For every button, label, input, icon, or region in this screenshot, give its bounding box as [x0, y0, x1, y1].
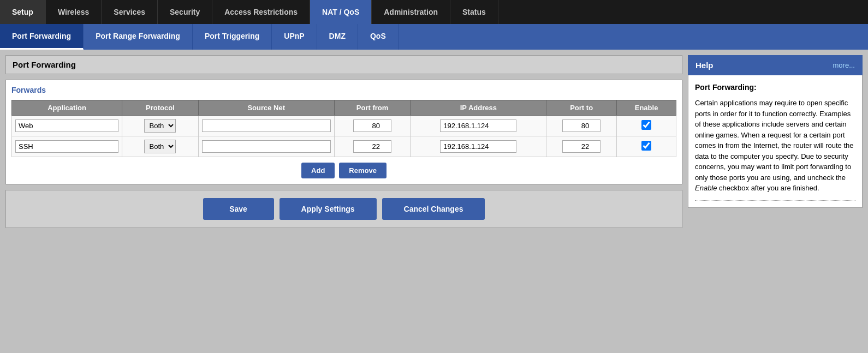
sub-nav-item-port-range-forwarding[interactable]: Port Range Forwarding [84, 24, 193, 50]
header-source-net: Source Net [198, 100, 334, 116]
top-navigation: SetupWirelessServicesSecurityAccess Rest… [0, 0, 868, 24]
port-forwarding-table: Application Protocol Source Net Port fro… [11, 100, 676, 157]
sub-nav-item-dmz[interactable]: DMZ [317, 24, 358, 50]
sub-nav-item-port-forwarding[interactable]: Port Forwarding [0, 24, 84, 50]
table-buttons: Add Remove [11, 163, 676, 178]
sub-nav-item-qos[interactable]: QoS [358, 24, 399, 50]
bottom-buttons-area: Save Apply Settings Cancel Changes [5, 190, 682, 228]
forwards-section: Forwards Application Protocol Source Net [5, 80, 682, 184]
section-title: Port Forwarding [13, 60, 76, 69]
table-row: BothTCPUDP [12, 116, 676, 136]
port-from-input-1[interactable] [353, 140, 391, 153]
header-ip-address: IP Address [411, 100, 546, 116]
table-row: BothTCPUDP [12, 136, 676, 157]
header-protocol: Protocol [122, 100, 199, 116]
help-header: Help more... [688, 55, 863, 75]
content-area: Port Forwarding Forwards Application Pro… [5, 55, 682, 228]
top-nav-item-security[interactable]: Security [158, 0, 212, 24]
help-panel: Help more... Port Forwarding: Certain ap… [688, 55, 863, 228]
top-nav-item-access-restrictions[interactable]: Access Restrictions [212, 0, 310, 24]
help-divider [695, 200, 855, 201]
cancel-changes-button[interactable]: Cancel Changes [382, 198, 485, 220]
header-application: Application [12, 100, 122, 116]
top-nav-item-nat-/-qos[interactable]: NAT / QoS [310, 0, 372, 24]
source-net-input-0[interactable] [202, 119, 331, 132]
add-button[interactable]: Add [301, 163, 335, 178]
enable-checkbox-0[interactable] [641, 120, 651, 130]
top-nav-item-setup[interactable]: Setup [0, 0, 46, 24]
main-layout: Port Forwarding Forwards Application Pro… [0, 50, 868, 234]
help-text: Certain applications may require to open… [695, 98, 855, 194]
port-from-input-0[interactable] [353, 119, 391, 132]
apply-settings-button[interactable]: Apply Settings [280, 198, 377, 220]
sub-nav-item-upnp[interactable]: UPnP [272, 24, 317, 50]
enable-checkbox-1[interactable] [641, 141, 651, 151]
help-body: Port Forwarding: Certain applications ma… [688, 75, 863, 208]
section-header: Port Forwarding [5, 55, 682, 74]
ip-address-input-0[interactable] [440, 119, 516, 132]
protocol-select-1[interactable]: BothTCPUDP [144, 140, 176, 153]
header-enable: Enable [617, 100, 676, 116]
top-nav-item-status[interactable]: Status [450, 0, 498, 24]
top-nav-item-wireless[interactable]: Wireless [46, 0, 102, 24]
application-input-1[interactable] [15, 140, 118, 153]
sub-nav-item-port-triggering[interactable]: Port Triggering [193, 24, 272, 50]
protocol-select-0[interactable]: BothTCPUDP [144, 119, 176, 133]
help-section-title: Port Forwarding: [695, 82, 855, 93]
forwards-title: Forwards [11, 86, 676, 94]
remove-button[interactable]: Remove [339, 163, 387, 178]
application-input-0[interactable] [15, 119, 118, 132]
sub-navigation: Port ForwardingPort Range ForwardingPort… [0, 24, 868, 50]
header-port-to: Port to [546, 100, 617, 116]
help-title: Help [695, 61, 714, 70]
top-nav-item-services[interactable]: Services [102, 0, 158, 24]
port-to-input-1[interactable] [562, 140, 601, 153]
save-button[interactable]: Save [203, 198, 274, 220]
top-nav-item-administration[interactable]: Administration [372, 0, 450, 24]
header-port-from: Port from [334, 100, 411, 116]
source-net-input-1[interactable] [202, 140, 331, 153]
port-to-input-0[interactable] [562, 119, 601, 132]
ip-address-input-1[interactable] [440, 140, 516, 153]
help-more-link[interactable]: more... [833, 61, 855, 69]
